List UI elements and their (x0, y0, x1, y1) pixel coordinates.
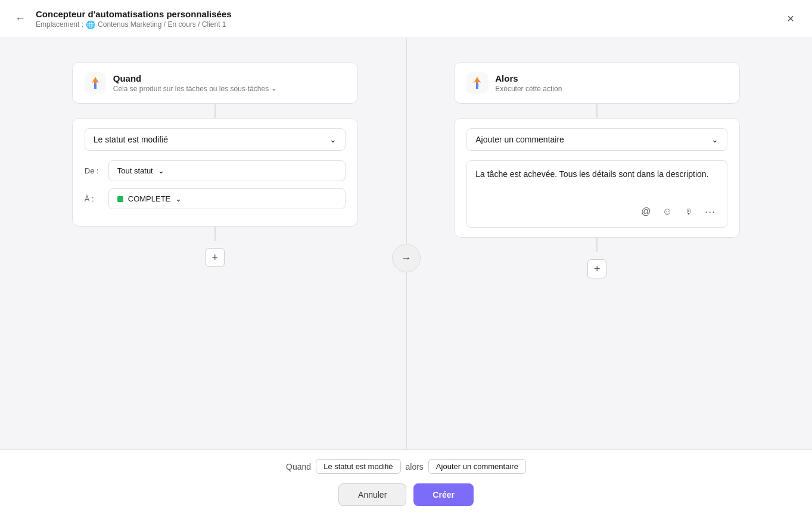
to-label: À : (85, 194, 101, 203)
action-pill[interactable]: Ajouter un commentaire (428, 459, 526, 474)
to-value[interactable]: COMPLETE ⌄ (108, 188, 346, 209)
to-chevron-icon: ⌄ (175, 194, 182, 203)
header: ← Concepteur d'automatisations personnal… (0, 0, 812, 38)
condition-dropdown-label: Le statut est modifié (94, 135, 168, 144)
clickup-logo-when (85, 72, 106, 94)
add-action-button[interactable]: + (587, 259, 606, 278)
create-button[interactable]: Créer (413, 483, 474, 506)
when-chevron-icon: ⌄ (271, 85, 276, 92)
alors-label: alors (406, 462, 424, 471)
quand-label: Quand (286, 462, 311, 471)
then-column: Alors Exécuter cette action Ajouter un c… (406, 62, 789, 278)
back-button[interactable]: ← (12, 11, 29, 27)
comment-textarea[interactable]: La tâche est achevée. Tous les détails s… (466, 160, 727, 228)
to-row: À : COMPLETE ⌄ (85, 188, 346, 209)
action-dropdown[interactable]: Ajouter un commentaire ⌄ (466, 128, 727, 151)
when-column: Quand Cela se produit sur les tâches ou … (24, 62, 406, 278)
comment-toolbar: @ ☺ 🎙 ··· (475, 200, 718, 220)
breadcrumb: Emplacement : 🌐 Contenus Marketing / En … (36, 20, 232, 29)
arrow-connector: → (392, 244, 421, 272)
status-dot-icon (117, 196, 123, 202)
from-value[interactable]: Tout statut ⌄ (108, 160, 346, 181)
summary-row: Quand Le statut est modifié alors Ajoute… (286, 459, 526, 474)
condition-card: Le statut est modifié ⌄ De : Tout statut… (72, 118, 358, 227)
when-title: Quand (113, 73, 276, 83)
when-subtitle[interactable]: Cela se produit sur les tâches ou les so… (113, 85, 276, 93)
clickup-logo-then (466, 72, 488, 94)
connector-line-when-2 (214, 227, 216, 241)
mention-icon[interactable]: @ (637, 203, 654, 220)
btn-row: Annuler Créer (338, 483, 474, 506)
page-title: Concepteur d'automatisations personnalis… (36, 9, 232, 19)
breadcrumb-label: Emplacement : (36, 20, 83, 29)
then-card-header: Alors Exécuter cette action (466, 72, 727, 94)
then-card: Alors Exécuter cette action (454, 62, 740, 104)
action-dropdown-chevron: ⌄ (711, 135, 718, 144)
breadcrumb-path: Contenus Marketing / En cours / Client 1 (98, 20, 226, 29)
main-canvas: → (0, 38, 812, 449)
condition-dropdown[interactable]: Le statut est modifié ⌄ (85, 128, 346, 151)
action-dropdown-label: Ajouter un commentaire (475, 135, 564, 144)
then-header-text: Alors Exécuter cette action (495, 73, 562, 93)
add-condition-button[interactable]: + (206, 248, 225, 267)
bottom-bar: Quand Le statut est modifié alors Ajoute… (0, 449, 812, 515)
header-left: ← Concepteur d'automatisations personnal… (12, 9, 232, 29)
action-card: Ajouter un commentaire ⌄ La tâche est ac… (454, 118, 740, 238)
then-subtitle: Exécuter cette action (495, 85, 562, 93)
header-title-group: Concepteur d'automatisations personnalis… (36, 9, 232, 29)
close-button[interactable]: × (781, 10, 800, 29)
then-title: Alors (495, 73, 562, 83)
from-chevron-icon: ⌄ (158, 166, 164, 175)
condition-pill[interactable]: Le statut est modifié (316, 459, 400, 474)
from-label: De : (85, 166, 101, 175)
mic-icon[interactable]: 🎙 (680, 203, 697, 220)
when-card: Quand Cela se produit sur les tâches ou … (72, 62, 358, 104)
emoji-icon[interactable]: ☺ (659, 203, 676, 220)
connector-line-then (596, 104, 598, 118)
when-header-text: Quand Cela se produit sur les tâches ou … (113, 73, 276, 93)
from-row: De : Tout statut ⌄ (85, 160, 346, 181)
more-icon[interactable]: ··· (702, 203, 718, 220)
arrow-icon: → (401, 252, 412, 265)
condition-dropdown-chevron: ⌄ (329, 135, 337, 144)
cancel-button[interactable]: Annuler (338, 483, 406, 506)
globe-icon: 🌐 (86, 20, 95, 29)
when-card-header: Quand Cela se produit sur les tâches ou … (85, 72, 346, 94)
comment-text: La tâche est achevée. Tous les détails s… (475, 168, 718, 195)
connector-line-when (214, 104, 216, 118)
connector-line-then-2 (596, 238, 598, 252)
